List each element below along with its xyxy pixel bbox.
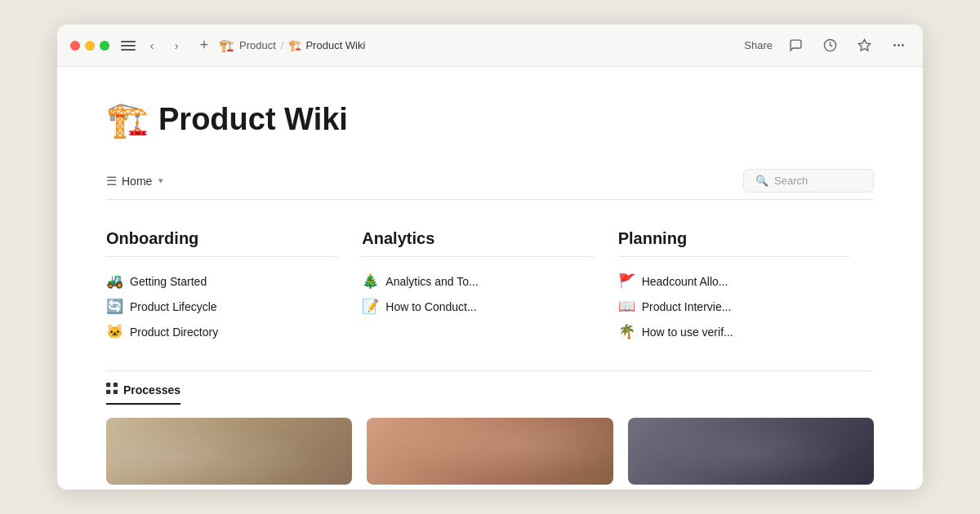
section-planning: Planning 🚩 Headcount Allo... 📖 Product I… bbox=[618, 229, 874, 344]
section-planning-heading: Planning bbox=[618, 229, 849, 248]
analytics-tools-icon: 🎄 bbox=[362, 273, 379, 290]
title-bar-actions: Share bbox=[744, 34, 910, 57]
search-icon: 🔍 bbox=[755, 175, 768, 187]
processes-tab-label: Processes bbox=[123, 383, 180, 397]
section-item-product-directory[interactable]: 🐱 Product Directory bbox=[106, 319, 337, 344]
svg-rect-6 bbox=[114, 383, 118, 387]
svg-rect-7 bbox=[106, 390, 110, 394]
section-item-headcount[interactable]: 🚩 Headcount Allo... bbox=[618, 268, 849, 294]
breadcrumb-current: 🏗️ Product Wiki bbox=[288, 39, 365, 51]
verify-label: How to use verif... bbox=[642, 326, 733, 339]
home-label: Home bbox=[122, 175, 152, 188]
section-item-getting-started[interactable]: 🚜 Getting Started bbox=[106, 268, 337, 294]
home-nav-bar: ☰ Home ▾ 🔍 Search bbox=[106, 162, 874, 200]
page-title-emoji: 🏗️ bbox=[106, 100, 149, 140]
svg-point-3 bbox=[898, 44, 900, 47]
breadcrumb-current-label: Product Wiki bbox=[305, 39, 365, 51]
home-list-icon: ☰ bbox=[106, 174, 117, 188]
comment-button[interactable] bbox=[784, 34, 807, 57]
favorite-button[interactable] bbox=[853, 34, 875, 57]
home-chevron-icon: ▾ bbox=[158, 175, 163, 186]
section-item-how-to-conduct[interactable]: 📝 How to Conduct... bbox=[362, 294, 593, 319]
getting-started-label: Getting Started bbox=[130, 275, 207, 288]
home-nav-left[interactable]: ☰ Home ▾ bbox=[106, 174, 163, 188]
section-planning-divider bbox=[618, 256, 849, 257]
back-button[interactable]: ‹ bbox=[142, 36, 162, 55]
search-placeholder: Search bbox=[774, 175, 808, 187]
breadcrumb-parent-icon: 🏗️ bbox=[219, 38, 234, 53]
section-item-product-interview[interactable]: 📖 Product Intervie... bbox=[618, 294, 849, 319]
section-analytics: Analytics 🎄 Analytics and To... 📝 How to… bbox=[362, 229, 617, 344]
share-button[interactable]: Share bbox=[744, 39, 773, 51]
maximize-button[interactable] bbox=[100, 41, 109, 51]
search-bar[interactable]: 🔍 Search bbox=[743, 169, 874, 193]
svg-point-4 bbox=[902, 44, 904, 47]
sidebar-toggle-icon[interactable] bbox=[121, 41, 136, 51]
section-onboarding: Onboarding 🚜 Getting Started 🔄 Product L… bbox=[106, 229, 362, 344]
verify-icon: 🌴 bbox=[618, 323, 635, 340]
processes-tab[interactable]: Processes bbox=[106, 378, 180, 405]
processes-grid-icon bbox=[106, 383, 118, 397]
page-title: Product Wiki bbox=[158, 102, 348, 137]
section-item-verify[interactable]: 🌴 How to use verif... bbox=[618, 319, 849, 344]
page-title-row: 🏗️ Product Wiki bbox=[106, 100, 874, 140]
svg-marker-1 bbox=[858, 39, 870, 50]
process-card-1[interactable] bbox=[106, 418, 352, 485]
getting-started-icon: 🚜 bbox=[106, 273, 123, 290]
sections-grid: Onboarding 🚜 Getting Started 🔄 Product L… bbox=[106, 229, 874, 344]
nav-controls: ‹ › bbox=[142, 36, 186, 55]
headcount-icon: 🚩 bbox=[618, 273, 635, 290]
product-lifecycle-label: Product Lifecycle bbox=[130, 300, 217, 313]
history-button[interactable] bbox=[818, 34, 841, 57]
breadcrumb-parent-label[interactable]: Product bbox=[239, 39, 276, 51]
more-button[interactable] bbox=[887, 34, 910, 57]
how-to-conduct-icon: 📝 bbox=[362, 298, 379, 315]
breadcrumb-separator: / bbox=[281, 39, 284, 51]
processes-tab-row: Processes bbox=[106, 370, 874, 405]
forward-button[interactable]: › bbox=[167, 36, 186, 55]
section-analytics-heading: Analytics bbox=[362, 229, 593, 248]
section-onboarding-divider bbox=[106, 256, 337, 257]
traffic-lights bbox=[70, 41, 109, 51]
title-bar: ‹ › + 🏗️ Product / 🏗️ Product Wiki Share bbox=[57, 24, 923, 67]
section-onboarding-heading: Onboarding bbox=[106, 229, 337, 248]
analytics-tools-label: Analytics and To... bbox=[385, 275, 478, 288]
process-card-2[interactable] bbox=[367, 418, 612, 485]
headcount-label: Headcount Allo... bbox=[642, 275, 728, 288]
svg-rect-8 bbox=[114, 390, 118, 394]
browser-window: ‹ › + 🏗️ Product / 🏗️ Product Wiki Share bbox=[57, 24, 923, 490]
close-button[interactable] bbox=[70, 41, 80, 51]
product-lifecycle-icon: 🔄 bbox=[106, 298, 123, 315]
product-interview-icon: 📖 bbox=[618, 298, 635, 315]
product-directory-label: Product Directory bbox=[130, 326, 218, 339]
page-content: 🏗️ Product Wiki ☰ Home ▾ 🔍 Search Onboar… bbox=[57, 67, 923, 490]
process-card-3[interactable] bbox=[628, 418, 874, 485]
svg-rect-5 bbox=[106, 383, 110, 387]
section-analytics-divider bbox=[362, 256, 593, 257]
add-button[interactable]: + bbox=[194, 36, 214, 55]
breadcrumb: 🏗️ Product / 🏗️ Product Wiki bbox=[219, 38, 365, 53]
section-item-product-lifecycle[interactable]: 🔄 Product Lifecycle bbox=[106, 294, 337, 319]
breadcrumb-current-icon: 🏗️ bbox=[288, 39, 301, 51]
minimize-button[interactable] bbox=[85, 41, 95, 51]
section-item-analytics-tools[interactable]: 🎄 Analytics and To... bbox=[362, 268, 593, 294]
product-directory-icon: 🐱 bbox=[106, 323, 123, 340]
cards-row bbox=[106, 418, 874, 485]
svg-point-2 bbox=[893, 44, 896, 47]
how-to-conduct-label: How to Conduct... bbox=[385, 300, 476, 313]
product-interview-label: Product Intervie... bbox=[642, 300, 732, 313]
